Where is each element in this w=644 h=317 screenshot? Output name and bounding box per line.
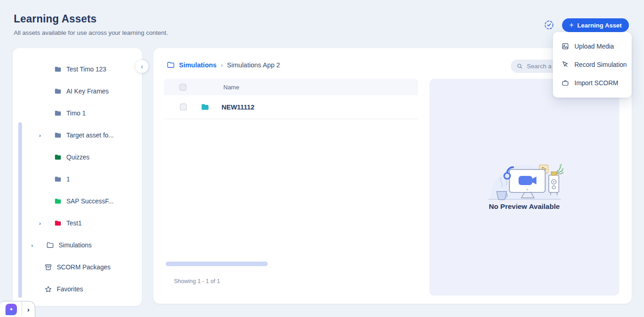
folder-icon xyxy=(54,197,62,205)
folder-icon xyxy=(54,153,62,161)
table-header: Name xyxy=(164,79,418,95)
sidebar-item-label: Test1 xyxy=(66,219,81,227)
folder-icon xyxy=(54,109,62,117)
row-name: NEW11112 xyxy=(222,104,254,111)
select-all-checkbox[interactable] xyxy=(179,84,186,91)
table-row[interactable]: NEW11112 xyxy=(164,95,418,119)
plus-icon: + xyxy=(569,22,574,29)
table-horizontal-scrollbar[interactable] xyxy=(166,262,268,266)
folder-icon xyxy=(54,219,62,227)
sidebar-item-label: Timo 1 xyxy=(66,109,86,117)
folder-tree-sidebar: Test Timo 123 AI Key Frames Timo 1 › Tar… xyxy=(13,48,142,306)
sidebar-item-label: Quizzes xyxy=(66,153,90,161)
menu-item-label: Import SCORM xyxy=(574,79,618,87)
briefcase-icon xyxy=(561,79,569,87)
menu-item-label: Record Simulation xyxy=(574,61,627,68)
chevron-right-icon[interactable]: › xyxy=(39,132,47,139)
sidebar-item-label: Favorites xyxy=(57,285,83,293)
folder-outline-icon xyxy=(167,61,175,69)
folder-icon xyxy=(54,175,62,183)
folder-icon xyxy=(54,131,62,139)
page-title: Learning Assets xyxy=(14,13,97,25)
sidebar-item-label: SAP SuccessF... xyxy=(66,197,114,205)
archive-icon xyxy=(44,263,52,271)
pagination-status: Showing 1 - 1 of 1 xyxy=(174,278,220,284)
folder-icon xyxy=(54,87,62,95)
assistant-widget: ✦ › xyxy=(0,301,35,317)
star-icon xyxy=(44,285,52,293)
folder-outline-icon xyxy=(46,241,54,249)
chevron-right-icon[interactable]: › xyxy=(39,220,47,227)
breadcrumb-root-link[interactable]: Simulations xyxy=(179,61,216,69)
breadcrumb: Simulations › Simulations App 2 xyxy=(167,61,280,69)
image-icon xyxy=(561,42,569,50)
preview-panel: No Preview Available xyxy=(429,79,619,295)
no-preview-text: No Preview Available xyxy=(429,202,619,211)
menu-item-label: Upload Media xyxy=(574,43,614,50)
learning-asset-dropdown: Upload Media Record Simulation Import SC… xyxy=(553,32,632,98)
menu-item-record-simulation[interactable]: Record Simulation xyxy=(553,55,632,74)
sidebar-item-target-asset[interactable]: › Target asset fo... xyxy=(39,129,114,141)
folder-icon xyxy=(54,66,62,73)
cursor-icon xyxy=(561,60,569,69)
sidebar-item-label: Test Timo 123 xyxy=(66,66,106,73)
sidebar-item-timo-1[interactable]: Timo 1 xyxy=(54,107,86,119)
sidebar-item-label: 1 xyxy=(66,175,70,183)
sidebar-item-label: AI Key Frames xyxy=(66,87,109,95)
add-learning-asset-button[interactable]: + Learning Asset xyxy=(562,18,629,32)
sidebar-scrollbar[interactable] xyxy=(18,122,22,298)
sidebar-item-sap-successf[interactable]: SAP SuccessF... xyxy=(54,195,114,207)
sidebar-collapse-button[interactable]: ‹ xyxy=(135,60,148,73)
breadcrumb-current: Simulations App 2 xyxy=(227,61,280,69)
breadcrumb-separator: › xyxy=(221,61,223,69)
sidebar-item-test1[interactable]: › Test1 xyxy=(39,217,81,229)
chat-bubble-icon[interactable]: ✦ xyxy=(5,304,17,315)
sidebar-item-label: Simulations xyxy=(59,241,92,249)
sidebar-item-favorites[interactable]: Favorites xyxy=(44,283,83,295)
row-checkbox[interactable] xyxy=(180,104,187,110)
menu-item-upload-media[interactable]: Upload Media xyxy=(553,37,632,55)
column-header-name: Name xyxy=(223,84,239,91)
sidebar-item-scorm-packages[interactable]: SCORM Packages xyxy=(44,261,110,273)
folder-icon xyxy=(200,103,210,112)
dashed-circle-check-icon[interactable] xyxy=(544,20,554,30)
sidebar-item-quizzes[interactable]: Quizzes xyxy=(54,151,90,163)
sidebar-item-label: Target asset fo... xyxy=(66,131,114,139)
chevron-right-icon[interactable]: › xyxy=(31,242,39,249)
sidebar-item-simulations[interactable]: › Simulations xyxy=(31,239,92,251)
widget-expand-button[interactable]: › xyxy=(22,302,35,317)
sidebar-item-test-timo-123[interactable]: Test Timo 123 xyxy=(54,63,106,75)
menu-item-import-scorm[interactable]: Import SCORM xyxy=(553,74,632,92)
no-preview-illustration xyxy=(486,156,563,205)
search-icon xyxy=(516,63,523,70)
page-subtitle: All assets available for use across your… xyxy=(14,29,168,36)
sidebar-item-ai-key-frames[interactable]: AI Key Frames xyxy=(54,85,109,97)
add-learning-asset-label: Learning Asset xyxy=(577,22,622,29)
sidebar-item-1[interactable]: 1 xyxy=(54,173,70,185)
sidebar-item-label: SCORM Packages xyxy=(57,263,110,271)
